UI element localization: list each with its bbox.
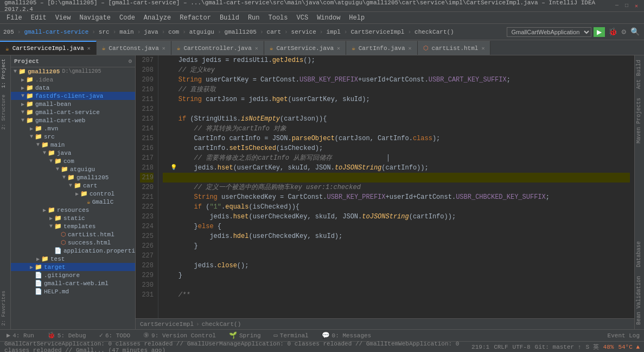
right-tab-maven[interactable]: Maven Projects (635, 93, 644, 148)
tree-application-properties[interactable]: 📄 application.properti (11, 247, 135, 255)
menu-tools[interactable]: Tools (264, 13, 292, 23)
tree-static[interactable]: ▶ 📁 static (11, 214, 135, 222)
breadcrumb-java[interactable]: java (144, 29, 158, 35)
settings-icon[interactable]: ⚙ (621, 26, 627, 37)
tab-cartservice[interactable]: ☕ CartService.java ✕ (264, 41, 346, 55)
right-tab-ant-build[interactable]: Ant Build (635, 55, 644, 93)
tree-fastdfs[interactable]: ▼ 📁 fastdfs-client-java (11, 92, 135, 100)
tree-resources[interactable]: ▶ 📁 resources (11, 206, 135, 214)
breadcrumb-cart[interactable]: cart (267, 29, 281, 35)
right-tab-bean-validation[interactable]: Bean Validation (635, 272, 644, 329)
status-vcs[interactable]: Git: master ↑ (535, 344, 582, 350)
tree-gmall1205-sub[interactable]: ▼ 📁 gmall1205 (11, 173, 135, 181)
breadcrumb-checkcart-bottom[interactable]: checkCart() (202, 321, 241, 328)
breadcrumb-atguigu[interactable]: atguigu (189, 29, 214, 35)
tab-cartcontroller[interactable]: ☕ CartController.java ✕ (171, 41, 264, 55)
tree-gmallc[interactable]: ☕ GmallC (11, 198, 135, 206)
bottom-tab-debug[interactable]: 🐞 5: Debug (41, 330, 93, 341)
menu-run[interactable]: Run (244, 13, 264, 23)
tree-mvn[interactable]: ▶ 📁 .mvn (11, 124, 135, 133)
tree-gitignore[interactable]: 📄 .gitignore (11, 271, 135, 279)
breadcrumb-cartserviceimpl-bottom[interactable]: CartServiceImpl (140, 321, 194, 328)
tree-gmall-bean[interactable]: ▶ 📁 gmall-bean (11, 100, 135, 108)
left-tab-favorites[interactable]: 2: Favorites (0, 287, 10, 329)
tree-gmall1205-root[interactable]: ▼ 📁 gmall1205 D:\gmall1205 (11, 67, 135, 76)
left-panel-tabs: 1: Project 2: Structure 2: Favorites (0, 55, 11, 329)
tab-close-icon5[interactable]: ✕ (409, 45, 412, 52)
status-charset[interactable]: UTF-8 (513, 344, 531, 350)
left-tab-structure[interactable]: 2: Structure (0, 91, 10, 133)
tab-close-icon2[interactable]: ✕ (162, 45, 165, 52)
status-crlf[interactable]: CRLF (494, 344, 508, 350)
search-icon[interactable]: 🔍 (629, 26, 641, 37)
sidebar-gear-icon[interactable]: ⚙ (128, 58, 132, 65)
menu-edit[interactable]: Edit (27, 13, 51, 23)
code-line-209: String userCartKey = CartConst.USBR_KEY_… (163, 75, 630, 85)
tree-gmall-cart-web[interactable]: ▼ 📁 gmall-cart-web (11, 116, 135, 124)
breadcrumb-cartserviceimpl[interactable]: CartServiceImpl (350, 29, 404, 35)
tree-main[interactable]: ▼ 📁 main (11, 141, 135, 149)
tree-com[interactable]: ▼ 📁 com (11, 157, 135, 165)
tab-close-icon3[interactable]: ✕ (255, 45, 258, 52)
minimize-button[interactable]: ─ (614, 3, 620, 9)
tab-close-icon[interactable]: ✕ (87, 45, 91, 52)
maximize-button[interactable]: □ (623, 3, 630, 9)
debug-icon[interactable]: 🐞 (607, 26, 619, 37)
tree-helpmd[interactable]: 📄 HELP.md (11, 287, 135, 296)
tree-idea[interactable]: ▶ 📁 .idea (11, 76, 135, 84)
bottom-tab-spring[interactable]: 🌱 Spring (222, 330, 267, 341)
menu-view[interactable]: View (51, 13, 75, 23)
run-config-select[interactable]: GmallCartWebApplication (507, 27, 591, 37)
code-area[interactable]: 207208209210211 212213214215216 21721821… (136, 55, 634, 318)
tree-data[interactable]: ▶ 📁 data (11, 84, 135, 92)
tree-cartlist-html[interactable]: ⬡ cartList.html (11, 230, 135, 238)
breadcrumb-gmall1205[interactable]: gmall1205 (225, 29, 257, 35)
tree-target[interactable]: ▶ 📁 target (11, 263, 135, 271)
menu-refactor[interactable]: Refactor (175, 13, 215, 23)
bottom-tab-run[interactable]: ▶ 4: Run (0, 330, 41, 341)
breadcrumb-checkcart[interactable]: checkCart() (415, 29, 454, 35)
right-tab-database[interactable]: Database (635, 237, 644, 272)
breadcrumb-service[interactable]: gmall-cart-service (24, 29, 88, 35)
menu-code[interactable]: Code (115, 13, 139, 23)
breadcrumb-main[interactable]: main (119, 29, 133, 35)
menu-file[interactable]: File (2, 13, 27, 23)
breadcrumb-impl[interactable]: impl (326, 29, 340, 35)
left-tab-project[interactable]: 1: Project (0, 55, 10, 91)
tree-success-html[interactable]: ⬡ success.html (11, 238, 135, 247)
menu-help[interactable]: Help (345, 13, 369, 23)
run-button[interactable]: ▶ (594, 27, 605, 37)
tab-close-icon4[interactable]: ✕ (337, 45, 340, 52)
bottom-tab-messages[interactable]: 💬 0: Messages (315, 330, 378, 341)
tab-close-icon6[interactable]: ✕ (481, 45, 484, 52)
menu-navigate[interactable]: Navigate (75, 13, 115, 23)
tree-test[interactable]: ▶ 📁 test (11, 255, 135, 263)
close-button[interactable]: ✕ (633, 3, 640, 9)
menu-build[interactable]: Build (215, 13, 244, 23)
bottom-tab-todo[interactable]: ✓ 6: TODO (93, 330, 137, 341)
menu-analyze[interactable]: Analyze (139, 13, 175, 23)
code-content[interactable]: Jedis jedis = redisUtil.getJedis(); // 定… (158, 55, 634, 318)
bottom-tab-terminal[interactable]: ▭ Terminal (267, 330, 315, 341)
tree-cart[interactable]: ▼ 📁 cart (11, 181, 135, 190)
tree-iml[interactable]: 📄 gmall-cart-web.iml (11, 279, 135, 287)
breadcrumb-service2[interactable]: service (291, 29, 316, 35)
tree-src[interactable]: ▼ 📁 src (11, 133, 135, 141)
breadcrumb-com[interactable]: com (168, 29, 179, 35)
tree-templates[interactable]: ▼ 📁 templates (11, 222, 135, 230)
menu-window[interactable]: Window (313, 13, 345, 23)
tab-cartconst[interactable]: ☕ CartConst.java ✕ (97, 41, 171, 55)
tab-cartinfo[interactable]: ☕ CartInfo.java ✕ (346, 41, 417, 55)
breadcrumb-205[interactable]: 205 (3, 29, 14, 35)
bottom-tab-vcs[interactable]: ⑨ 9: Version Control (137, 330, 222, 341)
tab-cartlist[interactable]: ⬡ cartList.html ✕ (418, 41, 491, 55)
status-position[interactable]: 219:1 (471, 344, 489, 350)
tree-java[interactable]: ▼ 📁 java (11, 149, 135, 157)
tab-cartserviceimpl[interactable]: ☕ CartServiceImpl.java ✕ (0, 41, 97, 55)
event-log[interactable]: Event Log (608, 332, 640, 339)
breadcrumb-src[interactable]: src (99, 29, 110, 35)
tree-gmall-cart-service[interactable]: ▼ 📁 gmall-cart-service (11, 108, 135, 116)
menu-vcs[interactable]: VCS (292, 13, 313, 23)
tree-control[interactable]: ▶ 📁 control (11, 190, 135, 198)
tree-atguigu[interactable]: ▼ 📁 atguigu (11, 165, 135, 173)
